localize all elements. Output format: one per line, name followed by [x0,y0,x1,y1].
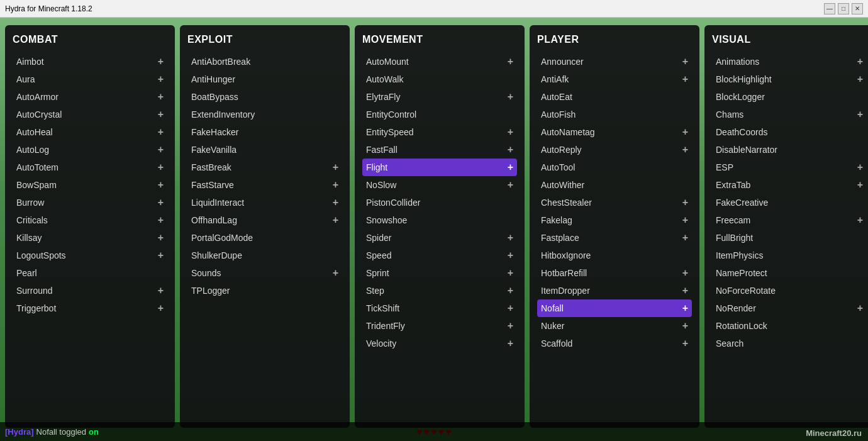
module-plus-icon-entityspeed[interactable]: + [508,126,513,138]
module-item-shulkerdupe[interactable]: ShulkerDupe [187,247,342,264]
module-plus-icon-killsay[interactable]: + [158,232,164,243]
module-item-deathcoords[interactable]: DeathCoords [712,123,867,141]
module-item-boatbypass[interactable]: BoatBypass [187,88,342,106]
module-plus-icon-offhandlag[interactable]: + [333,215,338,226]
module-item-autoarmor[interactable]: AutoArmor+ [13,88,167,106]
module-plus-icon-automount[interactable]: + [508,56,513,67]
module-item-fastbreak[interactable]: FastBreak+ [187,159,342,176]
module-item-fullbright[interactable]: FullBright [712,229,867,247]
module-plus-icon-surround[interactable]: + [158,285,164,296]
module-item-offhandlag[interactable]: OffhandLag+ [187,211,342,229]
module-plus-icon-step[interactable]: + [508,285,513,296]
module-item-pistoncollider[interactable]: PistonCollider [362,194,517,211]
module-item-chams[interactable]: Chams+ [712,106,867,123]
module-item-itemphysics[interactable]: ItemPhysics [712,247,867,264]
module-item-tridentfly[interactable]: TridentFly+ [362,317,517,335]
module-plus-icon-tickshift[interactable]: + [508,303,513,314]
module-plus-icon-fastfall[interactable]: + [508,144,513,155]
module-plus-icon-speed[interactable]: + [508,250,513,261]
module-item-snowshoe[interactable]: Snowshoe [362,211,517,229]
module-item-criticals[interactable]: Criticals+ [13,211,167,229]
module-plus-icon-criticals[interactable]: + [158,215,164,226]
module-item-sounds[interactable]: Sounds+ [187,264,342,282]
module-item-fastplace[interactable]: Fastplace+ [537,229,692,247]
module-plus-icon-nuker[interactable]: + [682,320,688,332]
minimize-button[interactable]: — [824,3,835,14]
module-plus-icon-bowspam[interactable]: + [158,179,164,191]
module-item-autowalk[interactable]: AutoWalk [362,70,517,88]
module-item-autolog[interactable]: AutoLog+ [13,141,167,159]
close-button[interactable]: ✕ [852,3,863,14]
module-plus-icon-sounds[interactable]: + [333,267,338,279]
module-item-nuker[interactable]: Nuker+ [537,317,692,335]
module-item-nofall[interactable]: Nofall+ [537,299,692,317]
module-item-fastfall[interactable]: FastFall+ [362,141,517,159]
module-item-autoreply[interactable]: AutoReply+ [537,141,692,159]
module-plus-icon-autocrystal[interactable]: + [158,109,164,120]
module-item-autoeat[interactable]: AutoEat [537,88,692,106]
module-plus-icon-sprint[interactable]: + [508,267,513,279]
module-item-surround[interactable]: Surround+ [13,282,167,299]
module-plus-icon-aura[interactable]: + [158,74,164,85]
module-item-autoheal[interactable]: AutoHeal+ [13,123,167,141]
module-plus-icon-tridentfly[interactable]: + [508,320,513,332]
module-item-sprint[interactable]: Sprint+ [362,264,517,282]
module-plus-icon-autoarmor[interactable]: + [158,91,164,103]
module-item-noforcerotate[interactable]: NoForceRotate [712,282,867,299]
module-item-scaffold[interactable]: Scaffold+ [537,335,692,352]
module-item-fakevanilla[interactable]: FakeVanilla [187,141,342,159]
module-item-burrow[interactable]: Burrow+ [13,194,167,211]
module-item-autofish[interactable]: AutoFish [537,106,692,123]
module-item-tplogger[interactable]: TPLogger [187,282,342,299]
module-plus-icon-extratab[interactable]: + [857,179,863,191]
module-item-elytrafly[interactable]: ElytraFly+ [362,88,517,106]
module-plus-icon-liquidinteract[interactable]: + [333,197,338,208]
module-item-triggerbot[interactable]: Triggerbot+ [13,299,167,317]
module-item-antihunger[interactable]: AntiHunger [187,70,342,88]
module-item-itemdropper[interactable]: ItemDropper+ [537,282,692,299]
module-item-antiafk[interactable]: AntiAfk+ [537,70,692,88]
module-item-killsay[interactable]: Killsay+ [13,229,167,247]
module-item-automount[interactable]: AutoMount+ [362,53,517,70]
module-plus-icon-fastbreak[interactable]: + [333,162,338,173]
module-item-bowspam[interactable]: BowSpam+ [13,176,167,194]
module-item-portalgodmode[interactable]: PortalGodMode [187,229,342,247]
module-item-antiabortbreak[interactable]: AntiAbortBreak [187,53,342,70]
module-item-disablenarrator[interactable]: DisableNarrator [712,141,867,159]
module-item-nameprotect[interactable]: NameProtect [712,264,867,282]
module-item-fakecreative[interactable]: FakeCreative [712,194,867,211]
module-item-extratab[interactable]: ExtraTab+ [712,176,867,194]
module-item-hitboxignore[interactable]: HitboxIgnore [537,247,692,264]
module-item-aura[interactable]: Aura+ [13,70,167,88]
module-plus-icon-aimbot[interactable]: + [158,56,164,67]
module-item-extendinventory[interactable]: ExtendInventory [187,106,342,123]
module-plus-icon-autonametag[interactable]: + [682,126,688,138]
module-item-liquidinteract[interactable]: LiquidInteract+ [187,194,342,211]
module-plus-icon-chams[interactable]: + [857,109,863,120]
module-item-speed[interactable]: Speed+ [362,247,517,264]
module-item-freecam[interactable]: Freecam+ [712,211,867,229]
module-item-search[interactable]: Search [712,335,867,352]
module-item-cheststealer[interactable]: ChestStealer+ [537,194,692,211]
module-plus-icon-fastplace[interactable]: + [682,232,688,243]
module-plus-icon-flight[interactable]: + [508,162,513,173]
module-plus-icon-scaffold[interactable]: + [682,338,688,349]
module-plus-icon-fakelag[interactable]: + [682,215,688,226]
module-plus-icon-noslow[interactable]: + [508,179,513,191]
module-item-velocity[interactable]: Velocity+ [362,335,517,352]
module-plus-icon-itemdropper[interactable]: + [682,285,688,296]
module-item-autotool[interactable]: AutoTool [537,159,692,176]
module-plus-icon-esp[interactable]: + [857,162,863,173]
module-item-autocrystal[interactable]: AutoCrystal+ [13,106,167,123]
module-plus-icon-elytrafly[interactable]: + [508,91,513,103]
module-item-blockhighlight[interactable]: BlockHighlight+ [712,70,867,88]
module-plus-icon-antiafk[interactable]: + [682,74,688,85]
module-item-announcer[interactable]: Announcer+ [537,53,692,70]
module-plus-icon-hotbarrefill[interactable]: + [682,267,688,279]
module-item-rotationlock[interactable]: RotationLock [712,317,867,335]
module-item-noslow[interactable]: NoSlow+ [362,176,517,194]
module-plus-icon-faststarve[interactable]: + [333,179,338,191]
module-plus-icon-blockhighlight[interactable]: + [857,74,863,85]
module-plus-icon-logoutspots[interactable]: + [158,250,164,261]
module-plus-icon-autolog[interactable]: + [158,144,164,155]
